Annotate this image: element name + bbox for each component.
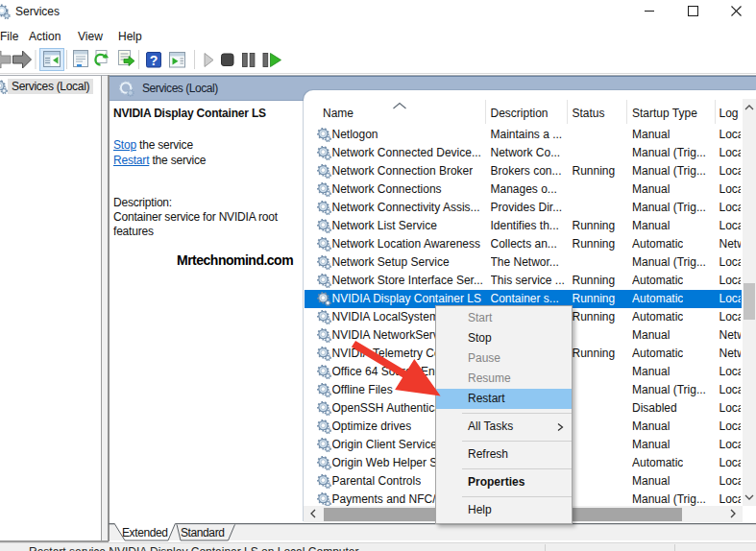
svg-text:?: ?: [150, 53, 159, 68]
